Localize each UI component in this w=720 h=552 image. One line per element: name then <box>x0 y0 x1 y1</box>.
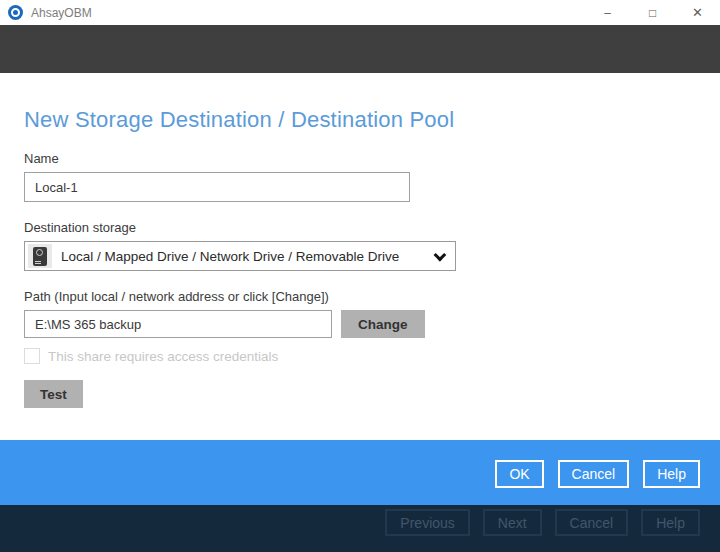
close-button[interactable]: ✕ <box>675 0 720 25</box>
test-button[interactable]: Test <box>24 380 83 408</box>
path-input[interactable] <box>24 310 332 338</box>
maximize-button[interactable]: □ <box>630 0 675 25</box>
name-input[interactable] <box>24 172 410 202</box>
window-controls: – □ ✕ <box>585 0 720 25</box>
wizard-next-button: Next <box>483 509 542 536</box>
credentials-checkbox-label: This share requires access credentials <box>48 349 278 364</box>
wizard-help-button: Help <box>641 509 700 536</box>
window-title: AhsayOBM <box>31 6 92 20</box>
drive-icon <box>28 244 52 268</box>
change-button[interactable]: Change <box>341 310 425 338</box>
credentials-checkbox <box>24 348 40 364</box>
app-logo-icon <box>8 5 23 20</box>
wizard-cancel-button: Cancel <box>555 509 629 536</box>
path-label: Path (Input local / network address or c… <box>24 289 696 304</box>
wizard-footer: Previous Next Cancel Help <box>0 505 720 552</box>
name-label: Name <box>24 151 696 166</box>
minimize-button[interactable]: – <box>585 0 630 25</box>
path-row: Change <box>24 310 696 338</box>
help-button[interactable]: Help <box>643 460 700 488</box>
destination-storage-select[interactable]: Local / Mapped Drive / Network Drive / R… <box>24 241 456 271</box>
dialog-content: New Storage Destination / Destination Po… <box>0 73 720 440</box>
ok-button[interactable]: OK <box>495 460 543 488</box>
dialog-footer: OK Cancel Help <box>0 440 720 505</box>
destination-storage-selected-option: Local / Mapped Drive / Network Drive / R… <box>61 249 399 264</box>
destination-storage-label: Destination storage <box>24 220 696 235</box>
chevron-down-icon <box>434 248 447 261</box>
cancel-button[interactable]: Cancel <box>558 460 630 488</box>
page-title: New Storage Destination / Destination Po… <box>24 107 696 133</box>
titlebar: AhsayOBM – □ ✕ <box>0 0 720 25</box>
wizard-previous-button: Previous <box>385 509 469 536</box>
app-window: AhsayOBM – □ ✕ New Storage Destination /… <box>0 0 720 552</box>
credentials-checkbox-row: This share requires access credentials <box>24 348 696 364</box>
header-bar <box>0 25 720 73</box>
